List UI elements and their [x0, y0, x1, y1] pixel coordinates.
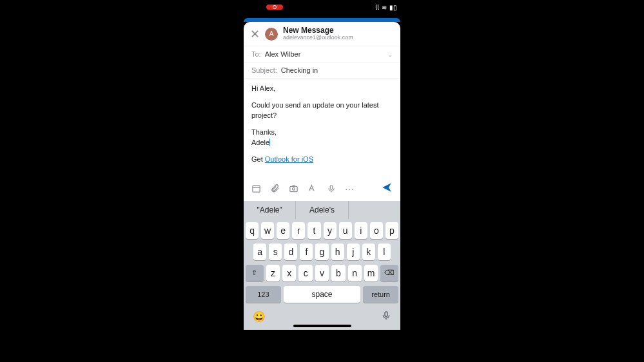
key-i[interactable]: i [355, 222, 367, 239]
battery-icon: ▮▯ [389, 4, 397, 11]
phone-frame: 𝗅𝗅 ≋ ▮▯ ✕ A New Message adelevance1@outl… [240, 0, 404, 362]
dictation-icon[interactable] [381, 310, 391, 323]
key-x[interactable]: x [282, 265, 296, 281]
key-p[interactable]: p [385, 222, 398, 239]
svg-rect-1 [290, 187, 297, 192]
suggestion-3[interactable] [349, 201, 400, 219]
text-cursor [269, 138, 270, 146]
wifi-icon: ≋ [382, 4, 387, 11]
to-value: Alex Wilber [265, 50, 301, 58]
key-e[interactable]: e [277, 222, 289, 239]
screen-recording-pill[interactable] [266, 5, 283, 10]
record-icon [273, 5, 277, 9]
key-j[interactable]: j [347, 243, 360, 260]
to-label: To: [251, 50, 261, 58]
to-field[interactable]: To: Alex Wilber ⌄ [244, 46, 400, 62]
more-icon[interactable]: ··· [345, 184, 355, 193]
key-y[interactable]: y [324, 222, 337, 239]
key-o[interactable]: o [370, 222, 383, 239]
key-l[interactable]: l [378, 243, 391, 260]
compose-sheet: ✕ A New Message adelevance1@outlook.com … [244, 22, 400, 201]
camera-icon[interactable] [289, 184, 298, 193]
keyboard-row-4: 123 space return [246, 286, 398, 303]
key-d[interactable]: d [284, 243, 297, 260]
key-b[interactable]: b [331, 265, 345, 281]
svg-rect-3 [330, 185, 333, 189]
svg-rect-0 [253, 186, 260, 192]
send-icon[interactable] [381, 182, 393, 196]
subject-label: Subject: [251, 66, 277, 74]
predictive-bar: "Adele" Adele's [244, 201, 400, 219]
key-k[interactable]: k [362, 243, 375, 260]
key-q[interactable]: q [246, 222, 259, 239]
mic-icon[interactable] [326, 184, 336, 193]
key-t[interactable]: t [307, 222, 320, 239]
key-shift[interactable]: ⇧ [246, 265, 264, 281]
outlook-prefix: Get [251, 155, 265, 163]
svg-point-2 [293, 187, 295, 190]
keyboard-row-2: a s d f g h j k l [246, 243, 398, 260]
compose-toolbar: ··· [244, 176, 400, 201]
key-c[interactable]: c [298, 265, 312, 281]
emoji-key-icon[interactable]: 😀 [253, 310, 266, 323]
sender-avatar: A [265, 28, 278, 41]
status-right: 𝗅𝗅 ≋ ▮▯ [375, 4, 397, 11]
chevron-down-icon[interactable]: ⌄ [387, 51, 393, 58]
key-a[interactable]: a [253, 243, 266, 260]
key-g[interactable]: g [315, 243, 328, 260]
attach-icon[interactable] [270, 184, 280, 193]
keyboard-row-3: ⇧ z x c v b n m ⌫ [246, 265, 398, 281]
compose-header: ✕ A New Message adelevance1@outlook.com [244, 22, 400, 46]
suggestion-2[interactable]: Adele's [296, 201, 348, 219]
outlook-for-ios-link[interactable]: Outlook for iOS [265, 155, 313, 163]
home-indicator[interactable] [293, 325, 351, 327]
cell-signal-icon: 𝗅𝗅 [375, 4, 379, 11]
key-h[interactable]: h [331, 243, 344, 260]
svg-rect-4 [385, 312, 387, 316]
subject-value: Checking in [281, 66, 318, 74]
body-greeting: Hi Alex, [251, 84, 393, 94]
key-z[interactable]: z [266, 265, 280, 281]
format-icon[interactable] [307, 184, 317, 193]
body-line-1: Could you send an update on your latest … [251, 100, 393, 121]
message-body[interactable]: Hi Alex, Could you send an update on you… [244, 78, 400, 174]
keyboard: q w e r t y u i o p a s d f g h j k l ⇧ … [244, 219, 400, 309]
key-m[interactable]: m [364, 265, 378, 281]
calendar-icon[interactable] [251, 184, 261, 193]
key-r[interactable]: r [292, 222, 305, 239]
keyboard-row-1: q w e r t y u i o p [246, 222, 398, 239]
key-f[interactable]: f [300, 243, 313, 260]
key-v[interactable]: v [315, 265, 329, 281]
keyboard-footer: 😀 [244, 309, 400, 326]
sender-email: adelevance1@outlook.com [283, 35, 353, 41]
key-return[interactable]: return [363, 286, 398, 303]
body-closing: Thanks, [251, 128, 277, 136]
key-numbers[interactable]: 123 [246, 286, 281, 303]
body-signature: Adele [251, 138, 270, 146]
key-u[interactable]: u [339, 222, 352, 239]
key-s[interactable]: s [269, 243, 282, 260]
key-n[interactable]: n [348, 265, 362, 281]
status-bar: 𝗅𝗅 ≋ ▮▯ [240, 0, 404, 14]
close-icon[interactable]: ✕ [250, 27, 260, 41]
key-backspace[interactable]: ⌫ [380, 265, 398, 281]
key-w[interactable]: w [261, 222, 274, 239]
key-space[interactable]: space [284, 286, 360, 303]
subject-field[interactable]: Subject: Checking in [244, 62, 400, 78]
suggestion-1[interactable]: "Adele" [244, 201, 296, 219]
